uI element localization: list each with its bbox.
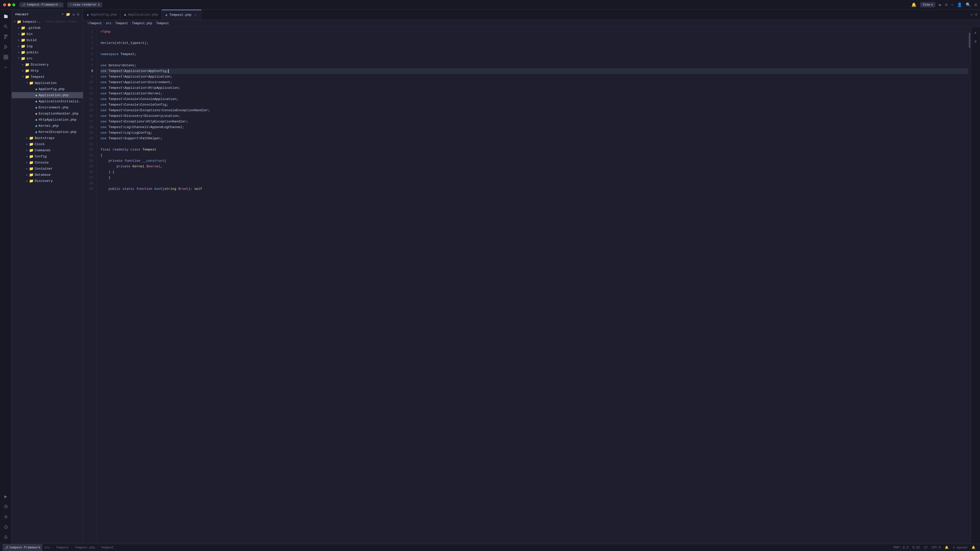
search-title-icon[interactable]: 🔍 xyxy=(966,2,971,7)
account-icon[interactable]: 👤 xyxy=(957,2,962,7)
status-tempest-class[interactable]: Tempest xyxy=(99,544,116,551)
renderer-selector[interactable]: ⌥ view-renderer ∨ xyxy=(67,2,102,7)
tree-item-application[interactable]: ▼ 📁 Application xyxy=(12,80,83,86)
tree-item-bootstraps[interactable]: ▶ 📁 Bootstraps xyxy=(12,135,83,141)
more-icon[interactable]: ⋯ xyxy=(951,2,954,7)
bc-tempest[interactable]: \Tempest xyxy=(87,22,102,25)
preferences-icon[interactable]: ⚙ xyxy=(974,2,977,7)
more-activity-icon[interactable]: ⋯ xyxy=(1,63,11,72)
code-line-23: { xyxy=(100,152,968,158)
tree-item-kernelexception[interactable]: ▶ ◈ KernelException.php xyxy=(12,129,83,135)
new-file-icon[interactable]: + xyxy=(62,12,64,17)
bc-tempest-class[interactable]: Tempest xyxy=(156,22,169,25)
tree-item-tempest-folder[interactable]: ▼ 📁 Tempest xyxy=(12,74,83,80)
run-bottom-icon[interactable]: ▶ xyxy=(1,492,11,501)
tree-item-log[interactable]: ▶ 📁 log xyxy=(12,43,83,49)
explorer-activity-icon[interactable] xyxy=(1,12,11,21)
help-bottom-icon[interactable]: ? xyxy=(1,522,11,532)
status-eol[interactable]: LF xyxy=(922,546,929,549)
folder-icon-container: 📁 xyxy=(29,167,33,171)
code-area[interactable]: <?php declare(strict_types=1); namespace… xyxy=(97,27,968,544)
view-button[interactable]: View ∨ xyxy=(920,2,935,7)
tab-tempest[interactable]: ◈ Tempest.php ✕ xyxy=(162,10,201,20)
git-activity-icon[interactable] xyxy=(1,32,11,41)
tab-appconfig[interactable]: ◈ AppConfig.php xyxy=(83,10,121,20)
ln-13: 13 xyxy=(83,97,96,102)
tree-item-http[interactable]: ▶ 📁 Http xyxy=(12,68,83,74)
bc-tempest2[interactable]: Tempest xyxy=(115,22,128,25)
collapse-all-icon[interactable]: ⊟ xyxy=(77,12,80,17)
tree-item-environment[interactable]: ▶ ◈ Environment.php xyxy=(12,104,83,110)
tab-close-tempest[interactable]: ✕ xyxy=(193,13,197,17)
bc-tempest-php[interactable]: Tempest.php xyxy=(132,22,152,25)
close-button[interactable] xyxy=(3,3,6,6)
bc-src[interactable]: src xyxy=(106,22,111,25)
play-icon[interactable]: ▶ xyxy=(939,2,942,7)
notification-bottom-icon[interactable] xyxy=(1,533,11,542)
tree-item-database[interactable]: ▶ 📁 Database xyxy=(12,171,83,178)
tree-item-container[interactable]: ▶ 📁 Container xyxy=(12,165,83,171)
tree-item-console[interactable]: ▶ 📁 Console xyxy=(12,159,83,165)
tree-item-build[interactable]: ▶ 📁 build xyxy=(12,37,83,43)
ln-3: 3 xyxy=(83,40,96,46)
sidebar-header-icons: + 📁 ↻ ⊟ xyxy=(62,12,80,17)
clock-bottom-icon[interactable] xyxy=(1,502,11,511)
status-indent[interactable]: 4 spaces xyxy=(951,546,969,549)
code-line-3: declare(strict_types=1); xyxy=(100,40,968,46)
status-right: PHP: 8.3 8:35 LF UTF-8 🔔 4 spaces 🔔 xyxy=(892,546,977,549)
status-branch[interactable]: ⎇ tempest-framework xyxy=(3,544,42,551)
code-line-15: use Tempest\Console\Exceptions\ConsoleEx… xyxy=(100,108,968,113)
settings-right-icon[interactable]: ⚙ xyxy=(972,38,979,45)
tree-item-bin[interactable]: ▶ 📁 bin xyxy=(12,31,83,37)
tree-item-clock[interactable]: ▶ 📁 Clock xyxy=(12,141,83,147)
tree-item-appinitializer[interactable]: ▶ ◈ ApplicationInitializer.php xyxy=(12,98,83,104)
status-tempest[interactable]: Tempest xyxy=(54,544,71,551)
extensions-activity-icon[interactable] xyxy=(1,52,11,62)
status-encoding[interactable]: UTF-8 xyxy=(929,546,943,549)
settings-bottom-icon[interactable] xyxy=(1,512,11,521)
minimize-button[interactable] xyxy=(8,3,11,6)
tree-item-appconfig[interactable]: ▶ ◈ AppConfig.php xyxy=(12,86,83,92)
tree-item-src[interactable]: ▼ 📁 src xyxy=(12,56,83,62)
tree-item-kernel[interactable]: ▶ ◈ Kernel.php xyxy=(12,123,83,129)
tree-item-application-php[interactable]: ▶ ◈ Application.php xyxy=(12,92,83,98)
tree-item-tempest-framework[interactable]: ▼ 📁 tempest-framework ~/Dev/tempest-fram… xyxy=(12,19,83,25)
status-php[interactable]: PHP: 8.3 xyxy=(892,546,911,549)
label-application-php: Application.php xyxy=(38,94,68,97)
tree-item-github[interactable]: ▶ 📁 .github xyxy=(12,25,83,31)
tree-item-config[interactable]: ▶ 📁 Config xyxy=(12,153,83,159)
ln-1: 1 xyxy=(83,29,96,35)
tree-item-httpapplication[interactable]: ▶ ◈ HttpApplication.php xyxy=(12,117,83,123)
notifications-icon[interactable]: 🔔 xyxy=(912,2,916,7)
tree-item-exceptionhandler[interactable]: ▶ ◈ ExceptionHandler.php xyxy=(12,110,83,117)
tree-item-commands[interactable]: ▶ 📁 Commands xyxy=(12,147,83,153)
tab-application[interactable]: ◈ Application.php xyxy=(121,10,162,20)
status-notification[interactable]: 🔔 xyxy=(943,546,951,549)
branch-selector[interactable]: ⎇ tempest-framework ∨ xyxy=(19,2,64,7)
refresh-icon[interactable]: ↻ xyxy=(73,12,75,17)
code-line-12: use Tempest\Application\Kernel; xyxy=(100,91,968,97)
label-console: Console xyxy=(35,161,49,165)
tab-split-icon[interactable]: ⋯ xyxy=(970,12,973,17)
check-icon[interactable]: ✓ xyxy=(972,29,979,36)
tree-item-discovery[interactable]: ▶ 📁 Discovery xyxy=(12,62,83,68)
debug-activity-icon[interactable] xyxy=(1,42,11,52)
ln-21: 21 xyxy=(83,141,96,147)
status-alert[interactable]: 🔔 xyxy=(969,546,977,549)
editor-scrollbar[interactable] xyxy=(968,27,971,544)
tree-item-discovery2[interactable]: ▶ 📁 Discovery xyxy=(12,178,83,184)
new-folder-icon[interactable]: 📁 xyxy=(66,12,70,17)
code-line-21 xyxy=(100,141,968,147)
tree-item-public[interactable]: ▶ 📁 public xyxy=(12,49,83,56)
tab-layout-icon[interactable]: ≡ xyxy=(975,13,977,17)
file-icon-kernelexception: ◈ xyxy=(35,130,37,134)
status-src[interactable]: src xyxy=(42,544,52,551)
arrow-discovery2: ▶ xyxy=(25,179,29,183)
status-position[interactable]: 8:35 xyxy=(910,546,922,549)
label-tempest-folder: Tempest xyxy=(30,75,45,79)
debug-run-icon[interactable]: ⚙ xyxy=(945,2,948,7)
search-activity-icon[interactable] xyxy=(1,22,11,31)
scrollbar-thumb[interactable] xyxy=(969,33,970,48)
maximize-button[interactable] xyxy=(12,3,15,6)
status-tempest-php[interactable]: Tempest.php xyxy=(73,544,97,551)
